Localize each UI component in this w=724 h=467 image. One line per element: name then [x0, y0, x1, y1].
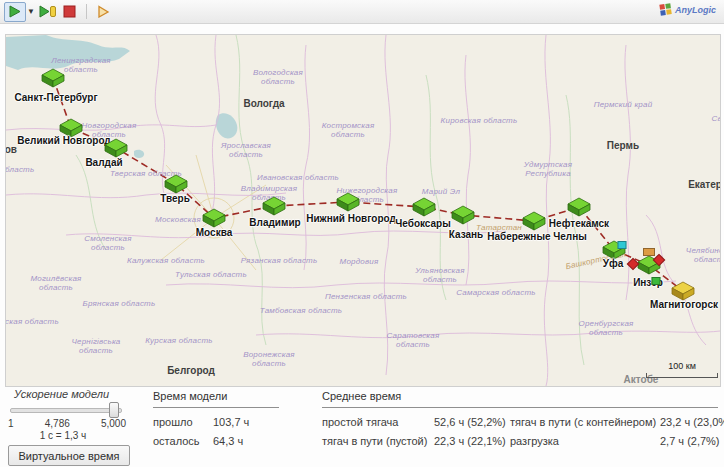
- speed-current-value: 4,786: [45, 418, 70, 429]
- city-marker-green[interactable]: [40, 68, 66, 88]
- map-region-label: Оренбургскаяобласть: [578, 320, 633, 337]
- map-region-label: УдмуртскаяРеспублика: [524, 161, 572, 178]
- stat-value: 64,3 ч: [213, 435, 279, 447]
- stat-value: 23,2 ч (23,0%): [660, 416, 724, 428]
- map-region-label: Тамбовская область: [260, 307, 343, 316]
- stat-value: 103,7 ч: [213, 416, 279, 428]
- city-label: Санкт-Петербург: [14, 92, 97, 103]
- scale-label: 100 км: [646, 361, 718, 371]
- city-marker-green[interactable]: [163, 174, 189, 194]
- map-region-label: Брянская область: [83, 300, 156, 309]
- city-label: Великий Новгород: [17, 135, 110, 146]
- city-label: Уфа: [603, 258, 624, 269]
- map-city-label: Вологда: [243, 100, 284, 109]
- map-region-label: Ярославскаяобласть: [221, 142, 271, 159]
- stat-value: 22,3 ч (22,1%): [434, 435, 510, 447]
- city-marker-green[interactable]: [411, 197, 437, 217]
- map-region-label: Смоленскаяобласть: [84, 235, 131, 252]
- run-button[interactable]: [4, 2, 26, 22]
- city-label: Нефтекамск: [549, 218, 609, 229]
- map-region-label: Костромскаяобласть: [322, 122, 375, 139]
- city-label: Владимир: [249, 217, 300, 228]
- city-marker-green[interactable]: [261, 196, 287, 216]
- city-label: Тверь: [160, 193, 190, 204]
- city-marker-green[interactable]: [450, 205, 476, 225]
- stat-label: прошло: [153, 416, 213, 428]
- stat-label: простой тягача: [322, 416, 434, 428]
- stop-icon: [63, 5, 76, 18]
- city-marker-green[interactable]: [521, 211, 547, 231]
- map-region-label: Свердловская: [712, 115, 721, 124]
- map-region-label: Рязанская область: [241, 257, 318, 266]
- city-label: Нижний Новгород: [306, 213, 396, 224]
- city-marker-green[interactable]: [335, 192, 361, 212]
- city-label: Магнитогорск: [650, 299, 718, 310]
- speed-title: Ускорение модели: [14, 388, 133, 400]
- vehicle-marker-rect[interactable]: [643, 248, 655, 256]
- city-marker-green[interactable]: [103, 138, 129, 158]
- speed-slider-handle[interactable]: [109, 402, 119, 418]
- map-region-label: Гомельская область: [5, 318, 59, 327]
- city-label: Казань: [449, 229, 484, 240]
- experiment-flag-button[interactable]: [93, 3, 113, 21]
- run-until-button[interactable]: [38, 3, 58, 21]
- map-region-label: Псковская область: [5, 166, 34, 175]
- toolbar-separator: [86, 4, 87, 19]
- map-region-label: Пензенская область: [325, 293, 407, 302]
- time-conversion-label: 1 с = 1,3 ч: [8, 430, 118, 441]
- map-city-label: Пермь: [607, 142, 639, 151]
- city-marker-green[interactable]: [566, 197, 592, 217]
- map-region-label: Мордовия: [340, 258, 379, 267]
- brand-label: AnyLogic: [675, 5, 716, 15]
- map-region-label: Тульская область: [175, 271, 247, 280]
- map-region-label: Воронежскаяобласть: [243, 351, 295, 368]
- model-time-panel: Время модели прошло103,7 чосталось64,3 ч: [153, 390, 279, 447]
- stat-label: тягач в пути (пустой): [322, 435, 434, 447]
- map-region-label: Ульяновскаяобласть: [415, 267, 464, 284]
- speed-slider[interactable]: [10, 402, 122, 416]
- map-region-label: Чернігівськаобласть: [71, 338, 120, 355]
- map-city-label: Белгород: [167, 367, 215, 376]
- city-label: Набережные Челны: [487, 231, 587, 242]
- virtual-time-button[interactable]: Виртуальное время: [8, 445, 130, 466]
- stat-value: 2,7 ч (2,7%): [660, 435, 724, 447]
- speed-min-label: 1: [8, 418, 14, 429]
- anylogic-window: ▼: [0, 0, 724, 467]
- simulation-map[interactable]: ЛенинградскаяобластьПсковская областьНов…: [5, 34, 721, 387]
- toolbar: ▼: [0, 0, 724, 24]
- run-icon: [8, 5, 22, 18]
- map-region-label: Московская: [155, 216, 201, 225]
- speed-slider-track[interactable]: [10, 408, 122, 413]
- vehicle-marker-square[interactable]: [652, 277, 661, 285]
- speed-panel: Ускорение модели 1 4,786 5,000 1 с = 1,3…: [8, 388, 133, 466]
- city-label: Чебоксары: [395, 218, 451, 229]
- avg-time-title: Среднее время: [322, 390, 718, 408]
- map-region-label: Самарская область: [456, 289, 535, 298]
- city-marker-green[interactable]: [201, 208, 227, 228]
- vehicle-marker-square[interactable]: [618, 241, 627, 249]
- map-city-label: Екатеринбург: [688, 181, 721, 190]
- map-city-label: Псков: [5, 146, 17, 155]
- speed-slider-scale: 1 4,786 5,000: [8, 418, 126, 429]
- map-region-label: Ивановская область: [257, 174, 339, 183]
- run-dropdown-arrow-icon[interactable]: ▼: [27, 7, 35, 16]
- map-region-label: Вологодскаяобласть: [253, 69, 303, 86]
- stop-button[interactable]: [60, 3, 80, 21]
- stat-label: осталось: [153, 435, 213, 447]
- map-region-label: Саратовскаяобласть: [387, 332, 440, 349]
- map-region-label: Марий Эл: [422, 188, 460, 197]
- stat-label: разгрузка: [510, 435, 660, 447]
- map-scale: 100 км: [646, 361, 718, 378]
- anylogic-brand[interactable]: AnyLogic: [659, 3, 721, 16]
- speed-max-label: 5,000: [101, 418, 126, 429]
- experiment-flag-icon: [96, 5, 110, 18]
- model-time-title: Время модели: [153, 390, 279, 408]
- map-region-label: Могилёвскаяобласть: [30, 275, 81, 292]
- city-label: Валдай: [85, 157, 122, 168]
- stat-label: тягач в пути (с контейнером): [510, 416, 660, 428]
- map-region-label: Кировская область: [441, 117, 518, 126]
- map-region-label: Челябинскаяобласть: [686, 247, 721, 264]
- scale-line: [646, 373, 718, 378]
- stat-value: 52,6 ч (52,2%): [434, 416, 510, 428]
- anylogic-logo-icon: [659, 3, 672, 16]
